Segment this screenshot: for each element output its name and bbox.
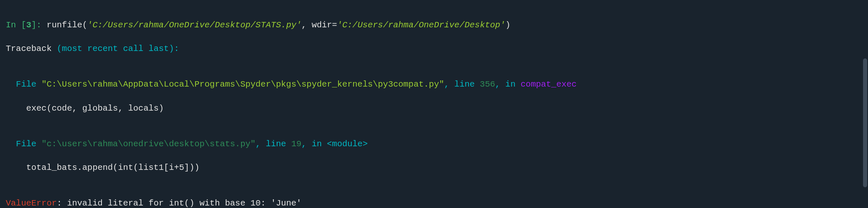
input-line: In [3]: runfile('C:/Users/rahma/OneDrive…: [6, 19, 862, 31]
vertical-scrollbar-thumb[interactable]: [863, 58, 867, 187]
error-line: ValueError: invalid literal for int() wi…: [6, 198, 862, 208]
line-sep: , line: [444, 80, 480, 89]
frame1-file-line: File "C:\Users\rahma\AppData\Local\Progr…: [6, 79, 862, 91]
frame2-indent: [6, 139, 16, 149]
frame2-line-num: 19: [291, 139, 302, 149]
frame1-code: exec(code, globals, locals): [26, 104, 164, 113]
frame2-fn: <module>: [327, 139, 368, 149]
frame1-line-num: 356: [480, 80, 495, 89]
ipython-console-output: In [3]: runfile('C:/Users/rahma/OneDrive…: [0, 0, 868, 208]
prompt-in-label: In [: [6, 20, 26, 30]
frame2-path: "c:\users\rahma\onedrive\desktop\stats.p…: [41, 139, 256, 149]
prompt-in-close: ]:: [31, 20, 47, 30]
arg1-path: 'C:/Users/rahma/OneDrive/Desktop/STATS.p…: [87, 20, 302, 30]
frame2-code-indent: [6, 163, 26, 172]
frame2-code-line: total_bats.append(int(list1[i+5])): [6, 162, 862, 174]
arg-sep: , wdir=: [302, 20, 337, 30]
arg2-wdir: 'C:/Users/rahma/OneDrive/Desktop': [337, 20, 505, 30]
call-fn: runfile(: [46, 20, 87, 30]
line-sep: , line: [256, 139, 291, 149]
traceback-header-line: Traceback (most recent call last):: [6, 43, 862, 55]
traceback-word: Traceback: [6, 44, 57, 53]
frame1-path: "C:\Users\rahma\AppData\Local\Programs\S…: [41, 80, 444, 89]
frame1-code-indent: [6, 104, 26, 113]
call-close: ): [505, 20, 510, 30]
frame2-file-line: File "c:\users\rahma\onedrive\desktop\st…: [6, 138, 862, 150]
traceback-paren: (most recent call last):: [57, 44, 179, 53]
in-sep: , in: [495, 80, 521, 89]
file-word: File: [16, 80, 42, 89]
file-word: File: [16, 139, 42, 149]
error-colon: :: [57, 198, 62, 208]
error-type: ValueError: [6, 198, 57, 208]
frame2-code: total_bats.append(int(list1[i+5])): [26, 163, 199, 172]
vertical-scrollbar-track[interactable]: [862, 0, 868, 208]
frame1-code-line: exec(code, globals, locals): [6, 103, 862, 115]
frame1-fn: compat_exec: [521, 80, 577, 89]
prompt-in-number: 3: [26, 20, 31, 30]
in-sep: , in: [302, 139, 327, 149]
frame1-indent: [6, 80, 16, 89]
error-msg: invalid literal for int() with base 10: …: [62, 198, 301, 208]
